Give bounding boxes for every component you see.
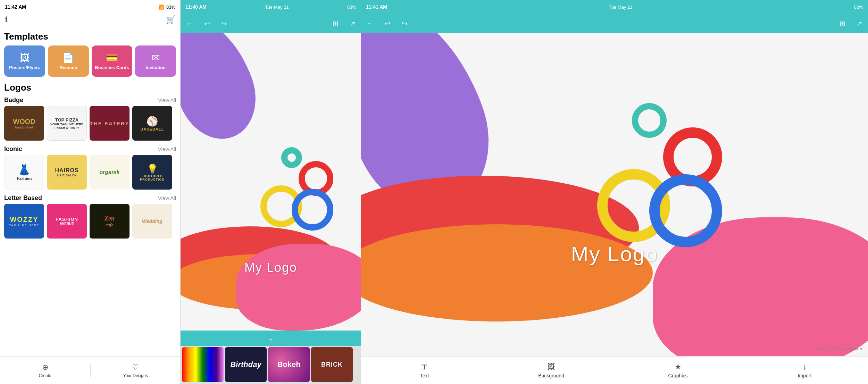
battery-middle: 83%: [347, 5, 356, 10]
logo-item-organik[interactable]: organik: [90, 155, 130, 190]
bg-thumb-birthday[interactable]: Birthday: [225, 347, 267, 382]
info-icon[interactable]: ℹ: [5, 15, 8, 24]
editor-canvas-middle[interactable]: My Logo: [181, 33, 361, 331]
background-label: Background: [538, 373, 564, 378]
rring-blue: [649, 174, 722, 247]
wifi-icon: 📶: [159, 5, 164, 10]
logo-item-zen[interactable]: Zen cafe: [90, 204, 130, 239]
export-button-right[interactable]: ↗: [854, 18, 865, 29]
template-card-resume[interactable]: 📄 Resume: [48, 45, 89, 77]
logos-title: Logos: [4, 82, 176, 93]
iconic-title: Iconic: [4, 145, 22, 153]
nav-graphics[interactable]: ★ Graphics: [615, 362, 741, 378]
back-button-middle[interactable]: ←: [184, 18, 195, 29]
business-cards-label: Business Cards: [95, 65, 129, 70]
rwave-orange-shape: [361, 224, 653, 322]
status-day-right: Tue May 21: [609, 5, 632, 10]
designs-icon: ♡: [132, 363, 139, 372]
badge-header: Badge View All: [4, 97, 176, 104]
logo-text-right[interactable]: My Logo: [571, 242, 658, 266]
editor-toolbar-right: ← ↩ ↪ ⊞ ↗: [361, 14, 868, 33]
logo-item-baseball[interactable]: ⚾ BASEBALL: [132, 106, 172, 141]
bg-thumb-rainbow[interactable]: [182, 347, 224, 382]
posters-icon: 🖼: [20, 52, 30, 64]
watermark: Made with Logo Maker: [817, 346, 862, 351]
status-day-text: Tue May 21: [265, 5, 289, 10]
redo-button-right[interactable]: ↪: [400, 18, 410, 29]
resume-icon: 📄: [62, 52, 74, 64]
logo-item-eatery[interactable]: THE EATERY: [90, 106, 130, 141]
birthday-label: Birthday: [230, 360, 261, 369]
template-card-business-cards[interactable]: 💳 Business Cards: [92, 45, 133, 77]
nav-import[interactable]: ↓ Import: [741, 362, 868, 378]
panel-templates: 11:42 AM 📶 83% ℹ 🛒 Templates 🖼 Posters/F…: [0, 0, 181, 384]
ring-blue: [292, 189, 333, 231]
invitation-icon: ✉: [152, 52, 160, 64]
logo-item-pizza[interactable]: TOP PIZZA YOUR TAGLINE HERE FRESH & TAST…: [47, 106, 87, 141]
status-bar-middle: 11:40 AM Tue May 21 83%: [181, 0, 361, 14]
canvas-background-right: My Logo Made with Logo Maker: [361, 33, 868, 356]
badge-title: Badge: [4, 97, 23, 104]
backgrounds-strip: Birthday Bokeh BRICK: [181, 346, 361, 384]
top-icons-bar: ℹ 🛒: [0, 14, 180, 27]
iconic-view-all[interactable]: View All: [158, 146, 176, 152]
graphics-icon: ★: [675, 362, 682, 372]
import-label: Import: [798, 373, 812, 378]
iconic-header: Iconic View All: [4, 145, 176, 153]
ring-teal: [281, 147, 302, 168]
letter-based-view-all[interactable]: View All: [158, 195, 176, 201]
back-button-right[interactable]: ←: [365, 18, 376, 29]
nav-text[interactable]: T Text: [361, 362, 488, 378]
redo-button-middle[interactable]: ↪: [219, 18, 229, 29]
nav-create[interactable]: ⊕ Create: [0, 363, 90, 378]
logo-item-wood[interactable]: WOOD handcrafted: [4, 106, 44, 141]
import-icon: ↓: [803, 362, 807, 372]
template-card-invitation[interactable]: ✉ Invitation: [135, 45, 176, 77]
nav-background[interactable]: 🖼 Background: [488, 362, 615, 378]
undo-button-right[interactable]: ↩: [383, 18, 393, 29]
layers-button-right[interactable]: ⊞: [837, 18, 848, 29]
editor-canvas-right[interactable]: My Logo Made with Logo Maker: [361, 33, 868, 356]
logo-item-lightbulb[interactable]: 💡 LIGHTBULBPRODUCTION: [132, 155, 172, 190]
status-day-middle: Tue May 21: [265, 5, 289, 10]
editor-toolbar-middle: ← ↩ ↪ ⊞ ↗: [181, 14, 361, 33]
iconic-logos-grid: 👗 Fashion HAIROS HAIR SALON organik 💡 LI…: [4, 155, 176, 190]
badge-logos-grid: WOOD handcrafted TOP PIZZA YOUR TAGLINE …: [4, 106, 176, 141]
text-label: Text: [420, 373, 429, 378]
logo-item-wozzy[interactable]: WOZZY TAG LINE HERE: [4, 204, 44, 239]
bg-thumb-brick[interactable]: BRICK: [311, 347, 353, 382]
graphics-label: Graphics: [668, 373, 687, 378]
nav-designs[interactable]: ♡ Your Designs: [91, 363, 181, 378]
layers-button-middle[interactable]: ⊞: [331, 18, 341, 29]
battery-left: 83%: [166, 5, 175, 10]
brick-label: BRICK: [321, 361, 343, 368]
undo-button-middle[interactable]: ↩: [202, 18, 212, 29]
export-button-middle[interactable]: ↗: [348, 18, 358, 29]
rring-teal: [632, 103, 667, 138]
logo-item-fashion[interactable]: 👗 Fashion: [4, 155, 44, 190]
panel-editor: 11:40 AM Tue May 21 83% ← ↩ ↪ ⊞ ↗ My Log…: [181, 0, 361, 384]
template-cards-row: 🖼 Posters/Flyers 📄 Resume 💳 Business Car…: [4, 45, 176, 77]
logo-item-fashion-avenue[interactable]: FASHION AVENUE: [47, 204, 87, 239]
bottom-nav-left: ⊕ Create ♡ Your Designs: [0, 356, 181, 384]
logo-item-wedding[interactable]: Wedding: [132, 204, 172, 239]
create-icon: ⊕: [42, 363, 48, 372]
badge-view-all[interactable]: View All: [158, 97, 176, 103]
status-info-left: 📶 83%: [159, 5, 175, 10]
template-card-posters[interactable]: 🖼 Posters/Flyers: [4, 45, 45, 77]
status-time-right: 11:41 AM: [366, 4, 387, 10]
cart-icon[interactable]: 🛒: [166, 15, 175, 24]
status-time-middle: 11:40 AM: [185, 4, 207, 10]
wave-pink-shape: [236, 244, 361, 331]
logo-text-middle[interactable]: My Logo: [244, 260, 297, 275]
letter-logos-grid: WOZZY TAG LINE HERE FASHION AVENUE Zen c…: [4, 204, 176, 239]
resume-label: Resume: [59, 65, 77, 70]
bg-thumb-bokeh[interactable]: Bokeh: [268, 347, 310, 382]
battery-right: 83%: [854, 5, 863, 10]
invitation-label: Invitation: [145, 65, 166, 70]
panel-editor-right: 11:41 AM Tue May 21 83% ← ↩ ↪ ⊞ ↗ My Log…: [361, 0, 868, 384]
logo-item-hairos[interactable]: HAIROS HAIR SALON: [47, 155, 87, 190]
bottom-nav-right: T Text 🖼 Background ★ Graphics ↓ Import: [361, 356, 868, 384]
collapse-bar[interactable]: ⌄: [181, 331, 361, 346]
create-label: Create: [39, 373, 51, 378]
